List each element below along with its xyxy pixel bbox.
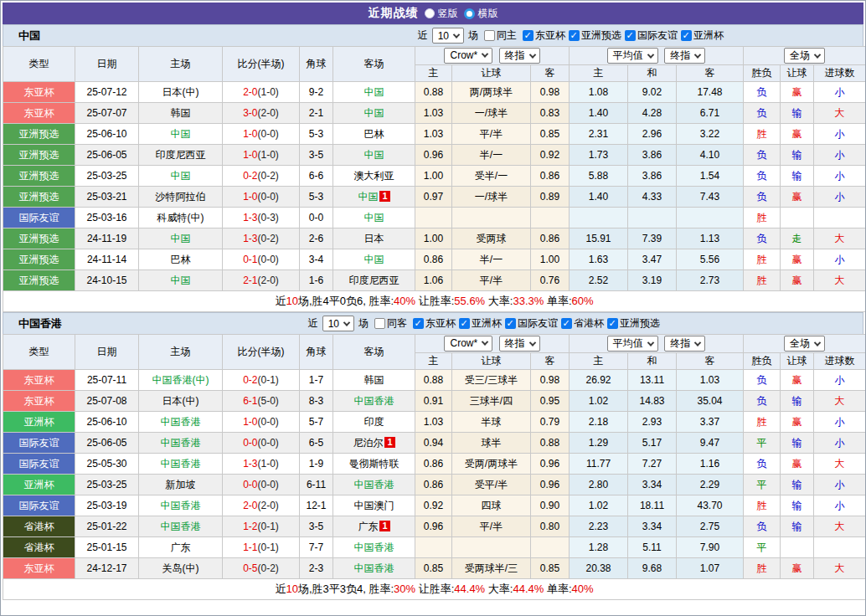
scope-select[interactable]: 全场 — [784, 48, 825, 64]
match-score: 1-0(0-0) — [223, 412, 300, 433]
match-score: 0-2(0-2) — [223, 166, 300, 187]
match-score: 1-0(0-0) — [223, 187, 300, 208]
chevron-down-icon — [528, 51, 535, 58]
average-stage-select[interactable]: 终指 — [664, 336, 705, 352]
bookmaker-select[interactable]: Crow* — [444, 48, 492, 64]
chevron-down-icon — [528, 339, 535, 346]
away-team: 中国 — [333, 145, 415, 166]
avg-odds-home — [570, 208, 628, 228]
handicap-odds-away: 0.80 — [531, 516, 570, 537]
away-team: 中国 — [333, 103, 415, 124]
home-team: 中国 — [139, 166, 223, 187]
result-win-loss: 胜 — [744, 208, 781, 228]
average-select[interactable]: 平均值 — [607, 48, 658, 64]
col-result: 胜负 — [744, 353, 781, 370]
checkbox-checked-icon[interactable] — [459, 318, 470, 329]
match-date: 25-07-12 — [75, 82, 139, 103]
match-type-badge: 国际友谊 — [3, 433, 75, 454]
handicap-odds-home: 0.88 — [415, 370, 452, 391]
result-win-loss: 平 — [744, 475, 781, 495]
col-away: 客场 — [333, 335, 415, 370]
league-filter-省港杯[interactable]: 省港杯 — [558, 316, 604, 331]
chevron-down-icon — [647, 51, 654, 58]
checkbox-checked-icon[interactable] — [523, 30, 534, 41]
home-team: 日本(中) — [139, 391, 223, 412]
result-handicap: 输 — [781, 391, 814, 412]
scope-select[interactable]: 全场 — [784, 336, 825, 352]
radio-unselected-icon[interactable] — [425, 8, 435, 18]
avg-odds-away: 7.90 — [677, 537, 744, 558]
checkbox-unchecked-icon[interactable] — [484, 30, 495, 41]
avg-odds-draw — [628, 208, 677, 228]
match-type-badge: 亚洲预选 — [3, 145, 75, 166]
result-win-loss: 胜 — [744, 495, 781, 516]
home-team: 关岛(中) — [139, 558, 223, 579]
checkbox-checked-icon[interactable] — [505, 318, 516, 329]
avg-odds-draw: 13.11 — [628, 370, 677, 391]
match-row: 亚洲杯25-03-25新加坡0-0(0-0)6-11中国香港0.86受平/半0.… — [3, 475, 866, 495]
matches-table: 类型 日期 主场 比分(半场) 角球 客场 Crow* 终指 平均值 终指 — [3, 334, 866, 600]
recent-results-page: 近期战绩 竖版 横版 中国 近 10 场 同主 东亚杯亚洲预选国际友谊亚洲杯 — [0, 0, 866, 616]
match-type-badge: 东亚杯 — [3, 82, 75, 103]
checkbox-checked-icon[interactable] — [625, 30, 636, 41]
handicap-odds-home: 1.00 — [415, 228, 452, 249]
result-win-loss: 胜 — [744, 249, 781, 270]
corner-score: 1-6 — [300, 270, 333, 291]
average-stage-select[interactable]: 终指 — [664, 48, 705, 64]
average-select[interactable]: 平均值 — [607, 336, 658, 352]
checkbox-checked-icon[interactable] — [569, 30, 580, 41]
match-score: 1-0(1-0) — [223, 145, 300, 166]
match-date: 24-11-14 — [75, 249, 139, 270]
checkbox-checked-icon[interactable] — [561, 318, 572, 329]
avg-odds-away: 1.54 — [677, 166, 744, 187]
result-handicap: 赢 — [781, 412, 814, 433]
match-row: 亚洲预选25-03-25中国0-2(0-2)6-6澳大利亚1.00受半/一0.8… — [3, 166, 866, 187]
recent-count-select[interactable]: 10 — [322, 316, 354, 331]
avg-odds-away: 2.75 — [677, 516, 744, 537]
layout-radio-horizontal[interactable]: 横版 — [464, 7, 498, 21]
checkbox-unchecked-icon[interactable] — [374, 318, 385, 329]
league-filter-国际友谊[interactable]: 国际友谊 — [502, 316, 558, 331]
match-row: 国际友谊25-06-05中国香港0-0(0-0)6-5尼泊尔10.94球半0.8… — [3, 433, 866, 454]
checkbox-checked-icon[interactable] — [607, 318, 618, 329]
league-filter-亚洲预选[interactable]: 亚洲预选 — [565, 28, 621, 43]
league-filter-东亚杯[interactable]: 东亚杯 — [410, 316, 456, 331]
match-score: 0-2(0-1) — [223, 370, 300, 391]
avg-odds-home: 2.23 — [570, 516, 628, 537]
recent-count-select[interactable]: 10 — [432, 28, 464, 44]
checkbox-checked-icon[interactable] — [413, 318, 424, 329]
layout-radio-vertical[interactable]: 竖版 — [425, 7, 458, 21]
handicap-odds-home: 0.91 — [415, 391, 452, 412]
match-row: 亚洲杯25-06-10中国香港1-0(0-0)5-7印度1.03半球0.792.… — [3, 412, 866, 433]
result-goals: 小 — [814, 412, 866, 433]
bookmaker-select[interactable]: Crow* — [444, 336, 492, 352]
same-venue-filter[interactable]: 同主 — [481, 28, 517, 43]
league-filter-亚洲杯[interactable]: 亚洲杯 — [456, 316, 502, 331]
league-filter-东亚杯[interactable]: 东亚杯 — [519, 28, 565, 43]
scope-controls: 全场 — [744, 335, 866, 353]
red-card-badge: 1 — [379, 521, 389, 531]
col-date: 日期 — [75, 335, 139, 370]
checkbox-checked-icon[interactable] — [681, 30, 692, 41]
league-filter-国际友谊[interactable]: 国际友谊 — [621, 28, 678, 43]
section-hongkong: 中国香港 近 10 场 同客 东亚杯亚洲杯国际友谊省港杯亚洲预选 — [3, 312, 863, 600]
handicap-line: 一/球半 — [452, 103, 531, 124]
same-venue-filter[interactable]: 同客 — [371, 316, 407, 331]
col-goals: 进球数 — [814, 353, 866, 370]
bookmaker-stage-select[interactable]: 终指 — [499, 336, 540, 352]
col-home: 主场 — [139, 335, 223, 370]
bookmaker-stage-select[interactable]: 终指 — [499, 48, 540, 64]
league-filter-亚洲预选[interactable]: 亚洲预选 — [604, 316, 660, 331]
home-team: 新加坡 — [139, 475, 223, 495]
chevron-down-icon — [647, 339, 654, 346]
radio-selected-icon[interactable] — [464, 8, 475, 19]
league-filter-亚洲杯[interactable]: 亚洲杯 — [678, 28, 724, 43]
result-handicap: 赢 — [781, 187, 814, 208]
handicap-odds-home: 0.86 — [415, 454, 452, 475]
col-odds-away: 客 — [531, 65, 570, 82]
filter-bar: 中国香港 近 10 场 同客 东亚杯亚洲杯国际友谊省港杯亚洲预选 — [3, 312, 863, 334]
result-goals: 大 — [814, 270, 866, 291]
home-team: 韩国 — [139, 103, 223, 124]
avg-odds-draw: 3.47 — [628, 249, 677, 270]
handicap-odds-home: 1.03 — [415, 103, 452, 124]
